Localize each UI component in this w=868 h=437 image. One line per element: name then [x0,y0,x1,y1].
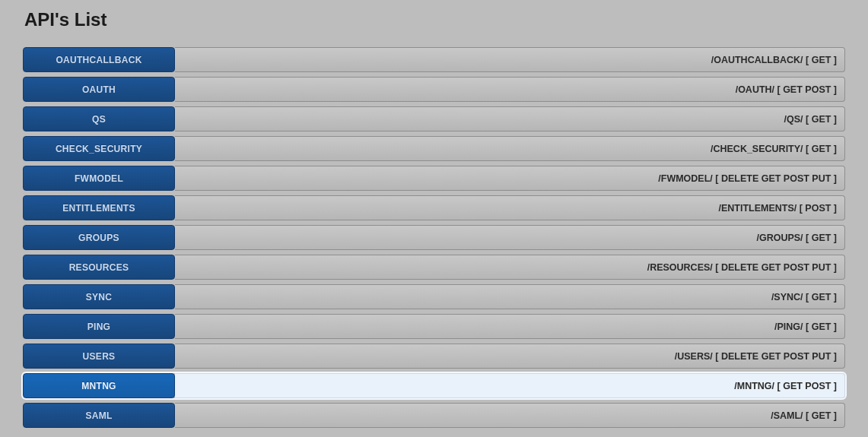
api-path-cell[interactable]: /OAUTHCALLBACK/ [ GET ] [175,47,845,72]
api-path-text: /SAML/ [ GET ] [771,410,837,421]
api-path-cell[interactable]: /GROUPS/ [ GET ] [175,225,845,250]
api-name-badge[interactable]: SYNC [23,284,175,309]
api-name-badge[interactable]: PING [23,314,175,339]
api-row[interactable]: MNTNG/MNTNG/ [ GET POST ] [23,373,845,398]
api-list: OAUTHCALLBACK/OAUTHCALLBACK/ [ GET ]OAUT… [23,47,845,428]
api-row[interactable]: SYNC/SYNC/ [ GET ] [23,284,845,309]
api-path-cell[interactable]: /MNTNG/ [ GET POST ] [175,373,845,398]
api-row[interactable]: RESOURCES/RESOURCES/ [ DELETE GET POST P… [23,255,845,280]
api-row[interactable]: OAUTHCALLBACK/OAUTHCALLBACK/ [ GET ] [23,47,845,72]
api-path-cell[interactable]: /RESOURCES/ [ DELETE GET POST PUT ] [175,255,845,280]
api-name-badge[interactable]: GROUPS [23,225,175,250]
page: API's List OAUTHCALLBACK/OAUTHCALLBACK/ … [0,0,868,437]
api-path-cell[interactable]: /SAML/ [ GET ] [175,403,845,428]
api-path-text: /CHECK_SECURITY/ [ GET ] [711,144,837,154]
api-row[interactable]: SAML/SAML/ [ GET ] [23,403,845,428]
api-name-badge[interactable]: FWMODEL [23,166,175,191]
api-row[interactable]: OAUTH/OAUTH/ [ GET POST ] [23,77,845,102]
api-path-text: /SYNC/ [ GET ] [771,292,837,302]
api-name-badge[interactable]: ENTITLEMENTS [23,195,175,220]
api-path-text: /USERS/ [ DELETE GET POST PUT ] [675,351,837,362]
api-path-text: /QS/ [ GET ] [784,114,837,125]
api-name-badge[interactable]: OAUTHCALLBACK [23,47,175,72]
api-path-cell[interactable]: /QS/ [ GET ] [175,106,845,131]
api-name-badge[interactable]: CHECK_SECURITY [23,136,175,161]
api-row[interactable]: FWMODEL/FWMODEL/ [ DELETE GET POST PUT ] [23,166,845,191]
api-name-badge[interactable]: OAUTH [23,77,175,102]
api-path-cell[interactable]: /USERS/ [ DELETE GET POST PUT ] [175,344,845,369]
api-name-badge[interactable]: MNTNG [23,373,175,398]
api-row[interactable]: ENTITLEMENTS/ENTITLEMENTS/ [ POST ] [23,195,845,220]
api-row[interactable]: GROUPS/GROUPS/ [ GET ] [23,225,845,250]
api-path-text: /OAUTHCALLBACK/ [ GET ] [711,55,837,65]
api-path-cell[interactable]: /FWMODEL/ [ DELETE GET POST PUT ] [175,166,845,191]
api-path-cell[interactable]: /OAUTH/ [ GET POST ] [175,77,845,102]
api-path-text: /OAUTH/ [ GET POST ] [736,84,837,95]
api-path-cell[interactable]: /PING/ [ GET ] [175,314,845,339]
page-title: API's List [24,9,845,30]
api-name-badge[interactable]: RESOURCES [23,255,175,280]
api-name-badge[interactable]: USERS [23,344,175,369]
api-path-text: /ENTITLEMENTS/ [ POST ] [718,203,837,214]
api-path-text: /FWMODEL/ [ DELETE GET POST PUT ] [658,173,837,184]
api-path-cell[interactable]: /ENTITLEMENTS/ [ POST ] [175,195,845,220]
api-row[interactable]: USERS/USERS/ [ DELETE GET POST PUT ] [23,344,845,369]
api-path-text: /MNTNG/ [ GET POST ] [734,381,837,391]
api-name-badge[interactable]: QS [23,106,175,131]
api-path-text: /GROUPS/ [ GET ] [756,233,837,243]
api-row[interactable]: QS/QS/ [ GET ] [23,106,845,131]
api-row[interactable]: CHECK_SECURITY/CHECK_SECURITY/ [ GET ] [23,136,845,161]
api-path-cell[interactable]: /CHECK_SECURITY/ [ GET ] [175,136,845,161]
api-path-cell[interactable]: /SYNC/ [ GET ] [175,284,845,309]
api-name-badge[interactable]: SAML [23,403,175,428]
api-path-text: /RESOURCES/ [ DELETE GET POST PUT ] [647,262,837,273]
api-path-text: /PING/ [ GET ] [774,321,837,332]
api-row[interactable]: PING/PING/ [ GET ] [23,314,845,339]
